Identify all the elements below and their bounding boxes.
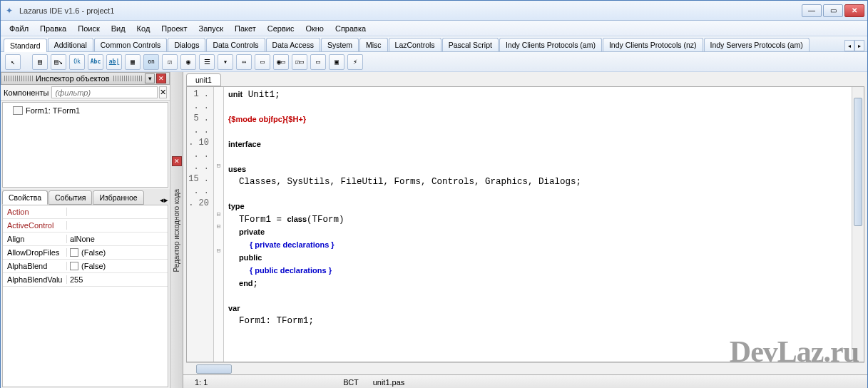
- palette-tab[interactable]: Misc: [359, 38, 388, 51]
- component-tree[interactable]: Form1: TForm1: [2, 102, 168, 188]
- horizontal-scrollbar[interactable]: [186, 362, 864, 374]
- code-editor-panel: unit1 1 . . . 5 . . . . 10 . . . . 15 . …: [183, 72, 867, 388]
- button-component[interactable]: Ok: [69, 54, 85, 70]
- palette-tab[interactable]: System: [321, 38, 359, 51]
- property-name: AllowDropFiles: [3, 248, 67, 257]
- fold-gutter[interactable]: ⊟ ⊟ ⊟ ⊟: [214, 87, 224, 362]
- property-row[interactable]: AlphaBlendValu255: [3, 273, 168, 287]
- cursor-tool[interactable]: ↖: [5, 54, 21, 70]
- menu-поиск[interactable]: Поиск: [72, 23, 105, 34]
- inspector-titlebar[interactable]: Инспектор объектов ▾ ✕: [1, 72, 170, 85]
- property-tab[interactable]: Избранное: [93, 190, 143, 205]
- filter-clear-button[interactable]: ✕: [159, 86, 167, 98]
- status-cursor-pos: 1: 1: [188, 378, 215, 387]
- palette-tab[interactable]: LazControls: [389, 38, 441, 51]
- togglebox-component[interactable]: on: [143, 54, 159, 70]
- side-panel-label: Редактор исходного кода: [173, 189, 180, 272]
- popupmenu-component[interactable]: ▤↘: [51, 54, 66, 70]
- scrollbar-thumb[interactable]: [854, 98, 862, 226]
- object-inspector-panel: Инспектор объектов ▾ ✕ Компоненты ✕ Form…: [1, 72, 170, 388]
- grip-icon: [4, 76, 33, 81]
- property-grid[interactable]: ActionActiveControlAlignalNoneAllowDropF…: [2, 205, 168, 387]
- menu-сервис[interactable]: Сервис: [262, 23, 300, 34]
- palette-tab[interactable]: Common Controls: [94, 38, 168, 51]
- side-close-button[interactable]: ✕: [172, 156, 182, 166]
- menu-пакет[interactable]: Пакет: [229, 23, 262, 34]
- mainmenu-component[interactable]: ▤: [32, 54, 48, 70]
- palette-tab[interactable]: Standard: [4, 39, 47, 52]
- menu-файл[interactable]: Файл: [4, 23, 34, 34]
- radiobutton-component[interactable]: ◉: [180, 54, 196, 70]
- radiogroup-component[interactable]: ◉▭: [273, 54, 289, 70]
- property-row[interactable]: AlignalNone: [3, 233, 168, 246]
- property-value[interactable]: alNone: [67, 235, 168, 243]
- combobox-component[interactable]: ▾: [218, 54, 233, 70]
- property-value[interactable]: 255: [67, 275, 168, 284]
- proptab-scroll-right[interactable]: ▸: [164, 195, 168, 205]
- actionlist-component[interactable]: ⚡: [347, 54, 363, 70]
- filter-input[interactable]: [51, 86, 158, 98]
- line-gutter[interactable]: 1 . . . 5 . . . . 10 . . . . 15 . . . . …: [187, 87, 214, 362]
- palette-tab[interactable]: Indy Clients Protocols (am): [499, 38, 602, 51]
- palette-tab[interactable]: Data Controls: [206, 38, 265, 51]
- maximize-button[interactable]: ▭: [823, 4, 843, 17]
- menu-код[interactable]: Код: [131, 23, 156, 34]
- palette-tab[interactable]: Data Access: [266, 38, 320, 51]
- window-title: Lazarus IDE v1.6 - project1: [19, 6, 802, 15]
- palette-tab[interactable]: Indy Clients Protocols (nz): [603, 38, 703, 51]
- property-row[interactable]: ActiveControl: [3, 219, 168, 233]
- property-name: ActiveControl: [3, 221, 67, 230]
- inspector-close-button[interactable]: ✕: [156, 73, 166, 83]
- checkbox-icon[interactable]: [70, 262, 78, 270]
- property-tab[interactable]: События: [48, 190, 92, 205]
- groupbox-component[interactable]: ▭: [255, 54, 270, 70]
- tab-scroll-right[interactable]: ▸: [854, 40, 864, 51]
- property-name: AlphaBlend: [3, 262, 67, 270]
- form-icon: [13, 106, 23, 115]
- checkbox-icon[interactable]: [70, 248, 78, 257]
- source-editor-collapsed-panel[interactable]: ✕ Редактор исходного кода: [170, 72, 183, 388]
- code-area: 1 . . . 5 . . . . 10 . . . . 15 . . . . …: [186, 86, 864, 362]
- palette-tab[interactable]: Indy Servers Protocols (am): [704, 38, 810, 51]
- menu-запуск[interactable]: Запуск: [193, 23, 229, 34]
- listbox-component[interactable]: ☰: [199, 54, 215, 70]
- status-insert-mode: ВСТ: [336, 378, 365, 387]
- property-value[interactable]: (False): [67, 262, 168, 270]
- property-tab[interactable]: Свойства: [2, 190, 48, 205]
- label-component[interactable]: Abc: [88, 54, 103, 70]
- scrollbar-thumb[interactable]: [196, 364, 232, 374]
- property-row[interactable]: AlphaBlend(False): [3, 260, 168, 273]
- code-text[interactable]: unit Unit1; {$mode objfpc}{$H+} interfac…: [224, 87, 852, 362]
- editor-tab-unit1[interactable]: unit1: [186, 73, 221, 86]
- close-button[interactable]: ✕: [844, 4, 864, 17]
- checkgroup-component[interactable]: ☑▭: [292, 54, 307, 70]
- menu-проект[interactable]: Проект: [155, 23, 193, 34]
- editor-tabs: unit1: [183, 72, 867, 86]
- palette-tab[interactable]: Pascal Script: [442, 38, 499, 51]
- scrollbar-component[interactable]: ⇔: [236, 54, 252, 70]
- inspector-min-button[interactable]: ▾: [145, 73, 155, 83]
- menu-справка[interactable]: Справка: [330, 23, 372, 34]
- panel-component[interactable]: ▭: [310, 54, 326, 70]
- edit-component[interactable]: ab|: [106, 54, 122, 70]
- tree-item-form1[interactable]: Form1: TForm1: [4, 104, 166, 117]
- property-tabs: СвойстваСобытияИзбранное ◂ ▸: [1, 189, 170, 205]
- palette-tab[interactable]: Additional: [48, 38, 93, 51]
- memo-component[interactable]: ▦: [125, 54, 141, 70]
- titlebar[interactable]: ✦ Lazarus IDE v1.6 - project1 — ▭ ✕: [1, 1, 867, 21]
- menu-вид[interactable]: Вид: [106, 23, 131, 34]
- property-row[interactable]: Action: [3, 205, 168, 219]
- vertical-scrollbar[interactable]: [852, 87, 864, 362]
- tab-scroll-left[interactable]: ◂: [844, 40, 854, 51]
- property-value[interactable]: (False): [67, 248, 168, 257]
- menu-окно[interactable]: Окно: [300, 23, 330, 34]
- checkbox-component[interactable]: ☑: [162, 54, 178, 70]
- app-icon: ✦: [4, 5, 15, 16]
- tree-item-label: Form1: TForm1: [26, 106, 80, 115]
- palette-tab[interactable]: Dialogs: [168, 38, 205, 51]
- menu-правка[interactable]: Правка: [34, 23, 72, 34]
- frame-component[interactable]: ▣: [329, 54, 344, 70]
- minimize-button[interactable]: —: [802, 4, 822, 17]
- property-row[interactable]: AllowDropFiles(False): [3, 246, 168, 260]
- status-filename: unit1.pas: [366, 378, 412, 387]
